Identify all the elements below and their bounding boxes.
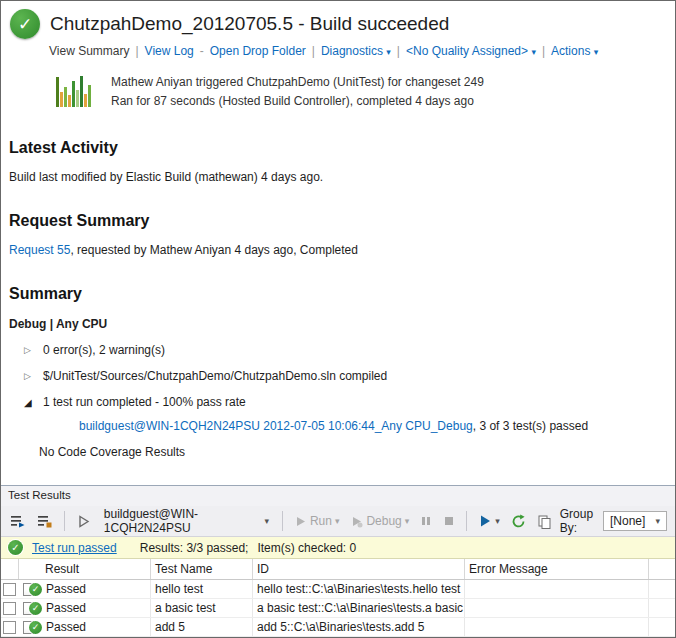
header-filler [649,559,675,579]
group-by-label: Group By: [560,507,596,535]
testrun-text: 1 test run completed - 100% pass rate [43,395,246,409]
header-checkbox-column[interactable] [1,559,19,579]
table-row[interactable]: ✓ Passed hello test hello test::C:\a\Bin… [1,580,675,599]
row-checkbox[interactable] [3,621,16,634]
chevron-down-icon: ▾ [264,516,269,526]
testrun-suffix: , 3 of 3 test(s) passed [473,419,588,433]
table-row[interactable]: ✓ Passed add 5 add 5::C:\a\Binaries\test… [1,618,675,637]
debug-label: Debug [366,514,401,528]
page-title: ChutzpahDemo_20120705.5 - Build succeede… [50,13,449,35]
test-passed-icon: ✓ [23,583,42,596]
play-icon [294,515,307,528]
items-checked-text: Item(s) checked: 0 [257,541,356,555]
row-checkbox[interactable] [3,583,16,596]
test-list-button[interactable] [34,511,56,531]
group-by-combo[interactable]: [None] ▾ [603,511,667,531]
pause-button[interactable] [417,513,435,529]
build-duration-chart-icon [56,71,100,107]
result-value: Passed [46,582,86,596]
header-id[interactable]: ID [253,559,465,579]
no-code-coverage-text: No Code Coverage Results [39,445,675,459]
chevron-down-icon: ▾ [386,47,391,57]
results-summary-text: Results: 3/3 passed; [140,541,249,555]
test-id-value: hello test::C:\a\Binaries\tests.hello te… [253,580,465,598]
testrun-link[interactable]: buildguest@WIN-1CQH2N24PSU 2012-07-05 10… [79,419,473,433]
summary-item-warnings: ▷ 0 error(s), 2 warning(s) [24,343,675,357]
nav-quality-dropdown[interactable]: <No Quality Assigned> ▾ [406,44,536,58]
playlist-icon [10,513,26,529]
header-test-name[interactable]: Test Name [151,559,253,579]
table-row[interactable]: ✓ Passed a basic test a basic test::C:\a… [1,599,675,618]
grid-header-row: Result Test Name ID Error Message [1,559,675,580]
run-settings-icon [478,514,492,528]
error-message-value [465,618,649,636]
test-controller-combo[interactable]: buildguest@WIN-1CQH2N24PSU ▾ [99,505,274,537]
build-succeeded-icon: ✓ [10,9,40,39]
trigger-line-1: Mathew Aniyan triggered ChutzpahDemo (Un… [111,73,484,92]
stop-icon [443,515,455,527]
request-summary-line: Request 55, requested by Mathew Aniyan 4… [9,243,675,257]
nav-separator: | [135,44,138,58]
run-outline-icon [76,514,91,529]
test-name-value: hello test [151,580,253,598]
error-message-value [465,580,649,598]
test-run-passed-icon: ✓ [8,540,23,555]
nav-view-log[interactable]: View Log [145,44,194,58]
run-selected-button[interactable] [73,512,94,531]
header-result[interactable]: Result [19,559,151,579]
testrun-detail-line: buildguest@WIN-1CQH2N24PSU 2012-07-05 10… [79,419,675,433]
chevron-down-icon: ▾ [405,516,410,526]
export-button[interactable] [534,512,555,531]
debug-play-icon [350,515,363,528]
test-controller-value: buildguest@WIN-1CQH2N24PSU [104,507,258,535]
rerun-button[interactable] [508,512,529,531]
trigger-line-2: Ran for 87 seconds (Hosted Build Control… [111,92,484,111]
expander-expanded-icon[interactable]: ◢ [24,397,34,408]
chevron-down-icon: ▾ [531,47,536,57]
test-results-panel: Test Results buildgue [1,485,675,637]
test-passed-icon: ✓ [23,621,42,634]
test-results-grid: Result Test Name ID Error Message ✓ Pass… [1,559,675,637]
request-text: , requested by Mathew Aniyan 4 days ago,… [70,243,358,257]
run-button[interactable]: Run ▾ [291,512,343,530]
nav-actions[interactable]: Actions ▾ [551,44,598,58]
summary-heading: Summary [9,285,675,303]
nav-open-drop-folder[interactable]: Open Drop Folder [210,44,306,58]
build-title-row: ✓ ChutzpahDemo_20120705.5 - Build succee… [1,1,675,39]
run-settings-button[interactable]: ▾ [475,512,503,530]
nav-separator: | [542,44,545,58]
header-error-message[interactable]: Error Message [465,559,649,579]
chevron-down-icon: ▾ [335,516,340,526]
nav-diagnostics[interactable]: Diagnostics ▾ [321,44,391,58]
nav-view-summary[interactable]: View Summary [49,44,129,58]
nav-separator: - [200,44,204,58]
group-by-section: Group By: [None] ▾ [560,507,669,535]
build-trigger-summary: Mathew Aniyan triggered ChutzpahDemo (Un… [56,71,675,111]
build-summary-view: ✓ ChutzpahDemo_20120705.5 - Build succee… [1,1,675,485]
expander-collapsed-icon[interactable]: ▷ [24,345,34,355]
chevron-down-icon: ▾ [655,516,660,526]
test-results-toolbar: buildguest@WIN-1CQH2N24PSU ▾ Run ▾ Debug… [1,506,675,537]
test-run-list-button[interactable] [7,511,29,531]
row-checkbox[interactable] [3,602,16,615]
chevron-down-icon: ▾ [495,516,500,526]
build-trigger-text: Mathew Aniyan triggered ChutzpahDemo (Un… [111,71,484,111]
request-link[interactable]: Request 55 [9,243,70,257]
expander-collapsed-icon[interactable]: ▷ [24,371,34,381]
test-id-value: a basic test::C:\a\Binaries\tests.a basi… [253,599,465,617]
stop-button[interactable] [440,513,458,529]
build-nav: View Summary | View Log - Open Drop Fold… [49,44,675,58]
test-run-status-bar: ✓ Test run passed Results: 3/3 passed; I… [1,537,675,559]
build-configuration: Debug | Any CPU [9,317,675,331]
debug-button[interactable]: Debug ▾ [347,512,412,530]
toolbar-separator [64,511,65,531]
request-summary-heading: Request Summary [9,212,675,230]
test-name-value: a basic test [151,599,253,617]
build-summary-window: ✓ ChutzpahDemo_20120705.5 - Build succee… [0,0,676,638]
toolbar-separator [466,511,467,531]
test-run-passed-link[interactable]: Test run passed [32,541,117,555]
result-value: Passed [46,620,86,634]
nav-separator: | [397,44,400,58]
result-value: Passed [46,601,86,615]
summary-item-testrun: ◢ 1 test run completed - 100% pass rate [24,395,675,409]
